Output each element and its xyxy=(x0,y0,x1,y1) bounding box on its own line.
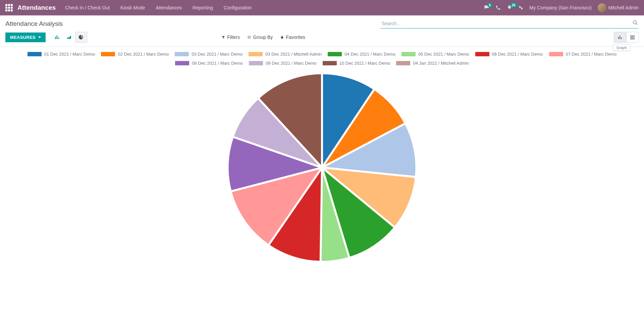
apps-icon[interactable] xyxy=(5,4,13,11)
messages-badge: 6 xyxy=(487,3,493,7)
user-name: Mitchell Admin xyxy=(608,5,639,10)
measures-label: MEASURES xyxy=(10,35,36,40)
legend-label: 04 Jan 2022 / Mitchell Admin xyxy=(413,61,469,66)
chart-area xyxy=(0,69,644,265)
svg-rect-2 xyxy=(55,37,56,39)
chart-type-group xyxy=(51,32,87,43)
activities-badge: 26 xyxy=(510,3,517,7)
svg-rect-9 xyxy=(620,36,621,39)
filters-label: Filters xyxy=(227,35,240,40)
tool-row: MEASURES Filters Group By Favorites xyxy=(0,30,644,47)
legend-item[interactable]: 09 Dec 2021 / Marc Demo xyxy=(249,61,317,66)
messages-icon[interactable]: 6 xyxy=(484,5,489,10)
legend-swatch xyxy=(249,52,263,56)
chevron-down-icon xyxy=(38,37,41,38)
search-options: Filters Group By Favorites xyxy=(221,35,480,40)
legend-label: 03 Dec 2021 / Mitchell Admin xyxy=(265,52,322,57)
chart-legend: 01 Dec 2021 / Marc Demo02 Dec 2021 / Mar… xyxy=(0,47,644,69)
legend-label: 08 Dec 2021 / Marc Demo xyxy=(192,61,243,66)
page-title: Attendance Analysis xyxy=(5,20,63,27)
top-navbar: Attendances Check In / Check Out Kiosk M… xyxy=(0,0,644,15)
graph-tooltip: Graph xyxy=(613,44,631,51)
phone-icon[interactable] xyxy=(495,5,501,10)
legend-label: 02 Dec 2021 / Marc Demo xyxy=(118,52,169,57)
pie-chart xyxy=(225,70,419,265)
legend-item[interactable]: 06 Dec 2021 / Marc Demo xyxy=(475,52,543,57)
search-icon[interactable] xyxy=(633,20,638,26)
pie-chart-button[interactable] xyxy=(75,32,87,43)
legend-swatch xyxy=(401,52,416,56)
activities-icon[interactable]: 26 xyxy=(507,5,512,10)
legend-item[interactable]: 02 Dec 2021 / Marc Demo xyxy=(101,52,169,57)
favorites-label: Favorites xyxy=(286,35,305,40)
filters-button[interactable]: Filters xyxy=(221,35,240,40)
legend-item[interactable]: 03 Dec 2021 / Marc Demo xyxy=(175,52,243,57)
legend-label: 10 Dec 2021 / Marc Demo xyxy=(339,61,390,66)
view-switcher: Graph xyxy=(614,32,639,43)
groupby-button[interactable]: Group By xyxy=(247,35,273,40)
legend-swatch xyxy=(549,52,563,56)
groupby-label: Group By xyxy=(253,35,273,40)
pivot-view-button[interactable] xyxy=(626,32,638,42)
legend-item[interactable]: 07 Dec 2021 / Marc Demo xyxy=(549,52,617,57)
avatar xyxy=(598,3,606,12)
legend-swatch xyxy=(328,52,342,56)
search-input[interactable] xyxy=(380,19,639,28)
legend-swatch xyxy=(175,61,189,65)
line-chart-button[interactable] xyxy=(63,32,75,43)
svg-rect-4 xyxy=(58,38,59,39)
graph-view-button[interactable] xyxy=(614,32,626,42)
svg-line-1 xyxy=(636,23,637,25)
menu-attendances[interactable]: Attendances xyxy=(156,5,182,10)
menu-kiosk-mode[interactable]: Kiosk Mode xyxy=(120,5,145,10)
legend-item[interactable]: 01 Dec 2021 / Marc Demo xyxy=(28,52,95,57)
svg-rect-8 xyxy=(618,37,619,39)
legend-label: 09 Dec 2021 / Marc Demo xyxy=(266,61,317,66)
legend-item[interactable]: 04 Jan 2022 / Mitchell Admin xyxy=(396,61,469,66)
control-bar: Attendance Analysis xyxy=(0,15,644,30)
legend-swatch xyxy=(475,52,489,56)
app-title: Attendances xyxy=(17,4,56,11)
legend-item[interactable]: 04 Dec 2021 / Marc Demo xyxy=(328,52,395,57)
menu-check-in-out[interactable]: Check In / Check Out xyxy=(65,5,110,10)
legend-label: 07 Dec 2021 / Marc Demo xyxy=(566,52,617,57)
legend-item[interactable]: 05 Dec 2021 / Marc Demo xyxy=(401,52,469,57)
legend-label: 06 Dec 2021 / Marc Demo xyxy=(492,52,543,57)
legend-swatch xyxy=(323,61,337,65)
legend-swatch xyxy=(175,52,189,56)
menu-configuration[interactable]: Configuration xyxy=(224,5,252,10)
legend-item[interactable]: 08 Dec 2021 / Marc Demo xyxy=(175,61,243,66)
favorites-button[interactable]: Favorites xyxy=(280,35,305,40)
legend-item[interactable]: 10 Dec 2021 / Marc Demo xyxy=(323,61,390,66)
svg-point-0 xyxy=(633,21,636,24)
legend-label: 05 Dec 2021 / Marc Demo xyxy=(418,52,469,57)
svg-rect-10 xyxy=(621,38,622,39)
legend-item[interactable]: 03 Dec 2021 / Mitchell Admin xyxy=(249,52,322,57)
legend-label: 04 Dec 2021 / Marc Demo xyxy=(344,52,395,57)
legend-swatch xyxy=(28,52,42,56)
legend-label: 03 Dec 2021 / Marc Demo xyxy=(192,52,243,57)
svg-rect-3 xyxy=(57,36,58,39)
legend-swatch xyxy=(249,61,263,65)
debug-icon[interactable] xyxy=(518,5,524,10)
user-menu[interactable]: Mitchell Admin xyxy=(598,3,639,12)
legend-label: 01 Dec 2021 / Marc Demo xyxy=(44,52,95,57)
legend-swatch xyxy=(101,52,115,56)
company-selector[interactable]: My Company (San Francisco) xyxy=(530,5,592,10)
menu-reporting[interactable]: Reporting xyxy=(193,5,213,10)
bar-chart-button[interactable] xyxy=(51,32,63,43)
main-menu: Check In / Check Out Kiosk Mode Attendan… xyxy=(65,5,252,10)
legend-swatch xyxy=(396,61,410,65)
measures-button[interactable]: MEASURES xyxy=(5,33,46,42)
svg-rect-11 xyxy=(631,35,634,39)
